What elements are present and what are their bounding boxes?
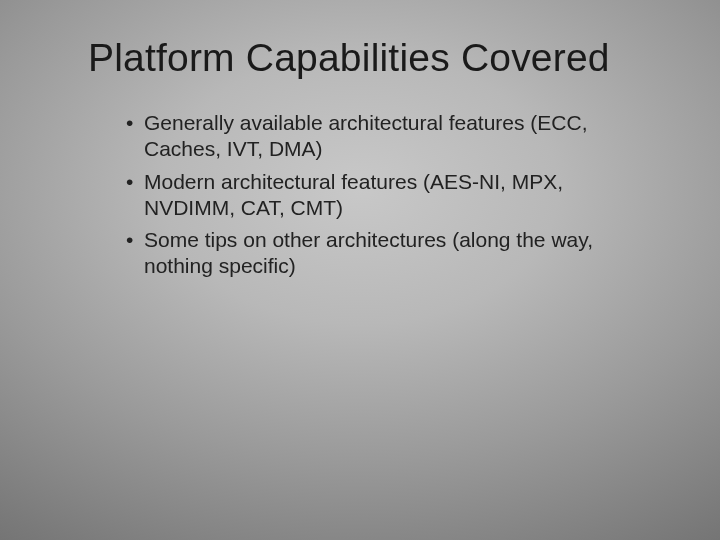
bullet-list: Generally available architectural featur… <box>88 110 670 280</box>
list-item: Modern architectural features (AES-NI, M… <box>126 169 670 222</box>
list-item: Some tips on other architectures (along … <box>126 227 670 280</box>
slide: Platform Capabilities Covered Generally … <box>0 0 720 540</box>
slide-title: Platform Capabilities Covered <box>88 36 670 80</box>
list-item: Generally available architectural featur… <box>126 110 670 163</box>
